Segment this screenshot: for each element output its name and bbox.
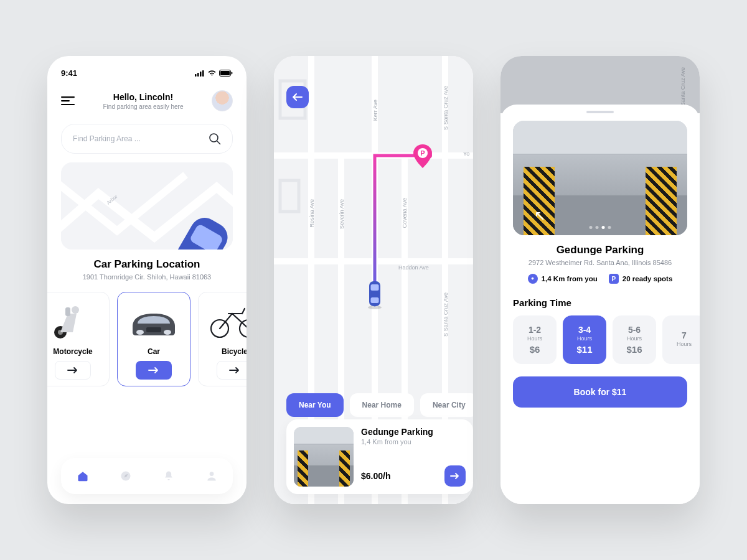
nav-home-icon[interactable]: [77, 470, 89, 482]
signal-icon: [195, 70, 205, 77]
svg-rect-40: [371, 284, 379, 291]
time-range: 3-4: [578, 325, 591, 335]
menu-button[interactable]: [61, 96, 75, 105]
back-button[interactable]: [286, 86, 309, 108]
status-time: 9:41: [61, 68, 77, 78]
detail-sheet: ↖ Gedunge Parking 2972 Westheimer Rd. Sa…: [500, 105, 700, 504]
car-icon: [367, 280, 382, 310]
parking-thumbnail: [294, 427, 354, 487]
svg-rect-18: [65, 307, 70, 316]
svg-point-19: [72, 306, 79, 314]
result-distance: 1,4 Km from you: [361, 438, 466, 446]
vehicle-label: Bicycle: [222, 347, 247, 356]
svg-text:P: P: [420, 149, 425, 157]
search-input[interactable]: Find Parking Area ...: [61, 124, 233, 154]
avatar[interactable]: [212, 90, 233, 111]
car-front-icon: [124, 299, 184, 343]
book-button-label: Book for $11: [574, 387, 627, 397]
svg-point-21: [164, 330, 171, 335]
time-range: 1-2: [529, 325, 541, 335]
filter-row: Near You Near Home Near City: [274, 393, 473, 417]
result-price: $6.00/h: [361, 471, 390, 481]
sheet-handle[interactable]: [586, 111, 614, 113]
search-placeholder: Find Parking Area ...: [73, 134, 141, 143]
detail-title: Gedunge Parking: [513, 244, 687, 256]
vehicle-label: Car: [148, 347, 160, 356]
time-option[interactable]: 1-2 Hours $6: [513, 315, 557, 364]
parking-photo[interactable]: ↖: [513, 121, 687, 235]
time-selector: 1-2 Hours $6 3-4 Hours $11 5-6 Hours $16…: [513, 315, 700, 364]
svg-point-20: [136, 330, 144, 335]
street-label: Covena Ave: [402, 198, 408, 228]
info-spots: P 20 ready spots: [609, 274, 673, 284]
info-distance-text: 1,4 Km from you: [542, 275, 598, 282]
street-label: Haddon Ave: [398, 264, 429, 271]
bottom-nav: [61, 458, 233, 494]
filter-near-home[interactable]: Near Home: [350, 393, 414, 417]
arrow-right-icon: [148, 366, 159, 374]
parking-pin-icon[interactable]: P: [413, 144, 432, 168]
section-heading: Parking Time: [513, 297, 687, 308]
time-price: $11: [576, 344, 592, 355]
svg-point-26: [209, 472, 214, 476]
time-option[interactable]: 5-6 Hours $16: [613, 315, 656, 364]
result-card-row: Gedunge Parking 1,4 Km from you $6.00/h: [286, 419, 473, 494]
screen-home: 9:41 Hello, Lincoln! Find parking area e…: [47, 56, 247, 504]
arrow-right-icon: [229, 366, 240, 374]
location-pin-icon: [528, 274, 538, 284]
filter-near-city[interactable]: Near City: [420, 393, 473, 417]
time-range: 5-6: [628, 325, 641, 335]
vehicle-label: Motorcycle: [53, 347, 92, 356]
nav-profile-icon[interactable]: [205, 470, 218, 482]
parking-icon: P: [609, 274, 619, 284]
time-price: $16: [626, 344, 642, 355]
location-title: Car Parking Location: [61, 258, 233, 271]
svg-rect-7: [61, 96, 75, 98]
svg-point-10: [210, 134, 218, 142]
time-unit: Hours: [577, 335, 592, 342]
photo-pager[interactable]: [590, 226, 611, 229]
time-price: $6: [530, 344, 540, 355]
time-unit: Hours: [527, 335, 542, 342]
motorcycle-icon: [47, 299, 103, 343]
vehicle-card-motorcycle[interactable]: Motorcycle: [47, 292, 110, 386]
vehicle-card-car[interactable]: Car: [117, 292, 190, 386]
status-icons: [195, 70, 233, 77]
detail-info-row: 1,4 Km from you P 20 ready spots: [513, 274, 687, 284]
vehicle-selector: Motorcycle Car Bicycl: [47, 292, 247, 386]
mini-map[interactable]: Arbor: [61, 162, 233, 250]
svg-rect-2: [200, 72, 202, 77]
book-button[interactable]: Book for $11: [513, 376, 687, 408]
svg-rect-1: [197, 73, 199, 77]
time-unit: Hours: [677, 341, 692, 347]
street-label: S Santa Cruz Ave: [443, 292, 449, 337]
wifi-icon: [207, 70, 217, 77]
detail-address: 2972 Westheimer Rd. Santa Ana, Illinois …: [513, 259, 687, 266]
filter-near-you[interactable]: Near You: [286, 393, 344, 417]
greeting-sub: Find parking area easily here: [103, 103, 184, 110]
svg-point-42: [532, 277, 534, 279]
floor-arrow-icon: ↖: [534, 208, 545, 224]
time-option[interactable]: 3-4 Hours $11: [563, 315, 606, 364]
info-spots-text: 20 ready spots: [622, 275, 673, 282]
vehicle-go-button[interactable]: [55, 361, 91, 380]
svg-rect-5: [220, 71, 230, 75]
vehicle-go-button[interactable]: [136, 361, 172, 380]
nav-explore-icon[interactable]: [120, 470, 132, 482]
battery-icon: [219, 70, 233, 77]
street-label: S Santa Cruz Ave: [443, 86, 449, 130]
vehicle-card-bicycle[interactable]: Bicycle: [198, 292, 247, 386]
time-range: 7: [682, 330, 687, 340]
result-title: Gedunge Parking: [361, 427, 466, 437]
info-distance: 1,4 Km from you: [528, 274, 598, 284]
vehicle-go-button[interactable]: [217, 361, 247, 380]
greeting: Hello, Lincoln! Find parking area easily…: [103, 92, 184, 110]
time-option[interactable]: 7 Hours: [662, 315, 700, 364]
screen-detail: S Santa Cruz Ave ↖ Gedunge Parking 2972 …: [500, 56, 700, 504]
result-go-button[interactable]: [444, 465, 466, 487]
nav-bell-icon[interactable]: [162, 470, 175, 482]
street-label: Severin Ave: [339, 199, 345, 229]
greeting-title: Hello, Lincoln!: [103, 92, 184, 102]
street-label: Rosina Ave: [309, 199, 315, 227]
parking-result-card[interactable]: Gedunge Parking 1,4 Km from you $6.00/h: [286, 419, 473, 494]
